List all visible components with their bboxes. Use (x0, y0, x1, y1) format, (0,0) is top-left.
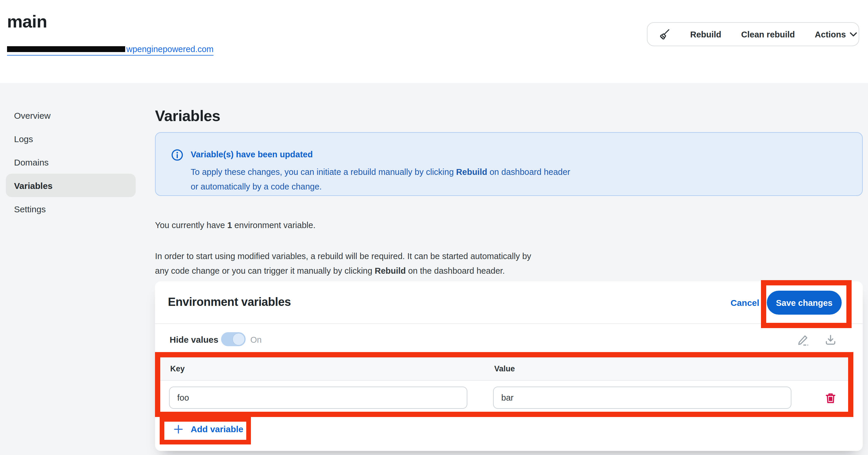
cancel-button[interactable]: Cancel (731, 298, 759, 308)
rebuild-button[interactable]: Rebuild (680, 23, 731, 46)
toggle-knob (233, 333, 245, 345)
sidebar-item-label: Settings (14, 204, 45, 214)
rebuild-button-label: Rebuild (690, 30, 721, 39)
variable-count-text: You currently have 1 environment variabl… (155, 220, 315, 230)
sidebar-item-label: Variables (14, 180, 53, 190)
sidebar-item-settings[interactable]: Settings (6, 197, 136, 220)
value-column-header: Value (494, 364, 515, 373)
plus-icon (174, 424, 183, 434)
sidebar-item-label: Domains (14, 157, 49, 167)
add-variable-button[interactable]: Add variable (170, 422, 247, 436)
rebuild-note-line2: any code change or you can trigger it ma… (155, 264, 531, 278)
pencil-icon (797, 333, 809, 346)
screenshot-viewport: main wpenginepowered.com Rebuild (0, 0, 868, 455)
top-header: main wpenginepowered.com Rebuild (0, 0, 868, 83)
trash-icon (824, 392, 837, 405)
rebuild-note-text: In order to start using modified variabl… (155, 249, 531, 278)
sidebar-item-overview[interactable]: Overview (6, 103, 136, 127)
variables-table-header: Key Value (155, 357, 854, 381)
variable-value-input[interactable] (493, 387, 792, 409)
clean-cache-button[interactable] (648, 23, 680, 46)
sidebar-item-variables[interactable]: Variables (6, 174, 136, 197)
chevron-down-icon (850, 32, 857, 36)
redacted-url-bar (7, 46, 125, 52)
environment-name-title: main (7, 12, 47, 32)
info-icon (171, 149, 184, 161)
hide-values-toggle[interactable] (221, 332, 246, 346)
environment-variables-card: Environment variables Cancel Save change… (155, 281, 863, 451)
hide-values-label: Hide values (169, 335, 218, 344)
clean-rebuild-button[interactable]: Clean rebuild (731, 23, 805, 46)
card-title: Environment variables (168, 295, 291, 309)
download-icon (824, 333, 837, 346)
sidebar-nav: Overview Logs Domains Variables Settings (6, 103, 136, 220)
card-header-divider (155, 324, 863, 324)
sidebar-item-label: Logs (14, 133, 33, 144)
site-url-link[interactable]: wpenginepowered.com (7, 44, 214, 56)
edit-variables-button[interactable] (797, 333, 809, 346)
alert-title: Variable(s) have been updated (191, 150, 313, 159)
page-title: Variables (155, 107, 220, 125)
delete-variable-button[interactable] (824, 392, 837, 405)
sidebar-item-logs[interactable]: Logs (6, 127, 136, 150)
download-variables-button[interactable] (824, 333, 837, 346)
alert-body-line1: To apply these changes, you can initiate… (191, 165, 570, 180)
alert-body-line2: or automatically by a code change. (191, 180, 570, 194)
clean-rebuild-button-label: Clean rebuild (741, 30, 795, 39)
sidebar-item-domains[interactable]: Domains (6, 150, 136, 174)
sidebar-item-label: Overview (14, 110, 51, 120)
actions-dropdown-button[interactable]: Actions (805, 23, 867, 46)
broom-icon (657, 28, 670, 41)
site-url-visible-text: wpenginepowered.com (126, 44, 214, 54)
toggle-state-label: On (250, 335, 262, 344)
save-changes-button[interactable]: Save changes (767, 291, 842, 315)
variable-key-input[interactable] (169, 387, 467, 409)
environment-dashboard: main wpenginepowered.com Rebuild (0, 0, 868, 455)
add-variable-label: Add variable (191, 424, 243, 434)
rebuild-note-line1: In order to start using modified variabl… (155, 249, 531, 264)
alert-body: To apply these changes, you can initiate… (191, 165, 570, 194)
header-toolbar: Rebuild Clean rebuild Actions (647, 22, 859, 46)
actions-dropdown-label: Actions (815, 30, 846, 39)
info-alert: Variable(s) have been updated To apply t… (155, 132, 863, 196)
key-column-header: Key (170, 364, 185, 373)
